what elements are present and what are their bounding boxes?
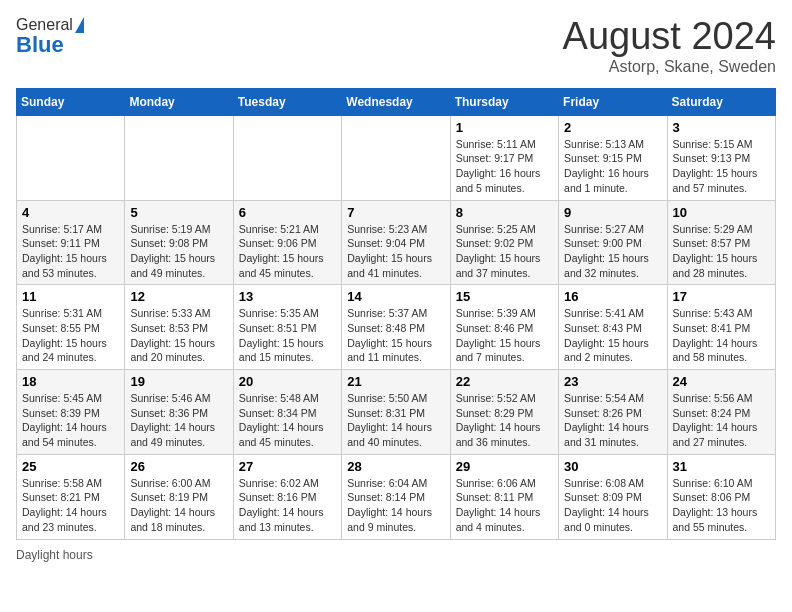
day-number: 2 <box>564 120 661 135</box>
day-number: 25 <box>22 459 119 474</box>
day-number: 21 <box>347 374 444 389</box>
day-number: 6 <box>239 205 336 220</box>
day-info: Sunrise: 6:00 AM Sunset: 8:19 PM Dayligh… <box>130 476 227 535</box>
day-info: Sunrise: 5:54 AM Sunset: 8:26 PM Dayligh… <box>564 391 661 450</box>
day-cell: 1Sunrise: 5:11 AM Sunset: 9:17 PM Daylig… <box>450 115 558 200</box>
col-header-friday: Friday <box>559 88 667 115</box>
day-info: Sunrise: 5:25 AM Sunset: 9:02 PM Dayligh… <box>456 222 553 281</box>
day-cell: 24Sunrise: 5:56 AM Sunset: 8:24 PM Dayli… <box>667 370 775 455</box>
day-number: 3 <box>673 120 770 135</box>
day-number: 27 <box>239 459 336 474</box>
day-cell <box>125 115 233 200</box>
day-number: 22 <box>456 374 553 389</box>
day-cell: 9Sunrise: 5:27 AM Sunset: 9:00 PM Daylig… <box>559 200 667 285</box>
day-cell: 25Sunrise: 5:58 AM Sunset: 8:21 PM Dayli… <box>17 454 125 539</box>
day-info: Sunrise: 5:39 AM Sunset: 8:46 PM Dayligh… <box>456 306 553 365</box>
day-cell: 8Sunrise: 5:25 AM Sunset: 9:02 PM Daylig… <box>450 200 558 285</box>
day-info: Sunrise: 6:10 AM Sunset: 8:06 PM Dayligh… <box>673 476 770 535</box>
day-number: 13 <box>239 289 336 304</box>
page-header: General Blue August 2024 Astorp, Skane, … <box>16 16 776 76</box>
col-header-saturday: Saturday <box>667 88 775 115</box>
day-cell: 29Sunrise: 6:06 AM Sunset: 8:11 PM Dayli… <box>450 454 558 539</box>
day-cell: 14Sunrise: 5:37 AM Sunset: 8:48 PM Dayli… <box>342 285 450 370</box>
day-cell: 31Sunrise: 6:10 AM Sunset: 8:06 PM Dayli… <box>667 454 775 539</box>
day-info: Sunrise: 5:52 AM Sunset: 8:29 PM Dayligh… <box>456 391 553 450</box>
day-number: 24 <box>673 374 770 389</box>
day-cell: 21Sunrise: 5:50 AM Sunset: 8:31 PM Dayli… <box>342 370 450 455</box>
day-cell: 27Sunrise: 6:02 AM Sunset: 8:16 PM Dayli… <box>233 454 341 539</box>
day-number: 30 <box>564 459 661 474</box>
day-info: Sunrise: 5:11 AM Sunset: 9:17 PM Dayligh… <box>456 137 553 196</box>
day-cell <box>233 115 341 200</box>
week-row-5: 25Sunrise: 5:58 AM Sunset: 8:21 PM Dayli… <box>17 454 776 539</box>
day-number: 31 <box>673 459 770 474</box>
day-cell: 6Sunrise: 5:21 AM Sunset: 9:06 PM Daylig… <box>233 200 341 285</box>
day-number: 15 <box>456 289 553 304</box>
day-number: 17 <box>673 289 770 304</box>
day-info: Sunrise: 5:37 AM Sunset: 8:48 PM Dayligh… <box>347 306 444 365</box>
day-info: Sunrise: 5:56 AM Sunset: 8:24 PM Dayligh… <box>673 391 770 450</box>
day-info: Sunrise: 5:45 AM Sunset: 8:39 PM Dayligh… <box>22 391 119 450</box>
week-row-2: 4Sunrise: 5:17 AM Sunset: 9:11 PM Daylig… <box>17 200 776 285</box>
day-info: Sunrise: 5:33 AM Sunset: 8:53 PM Dayligh… <box>130 306 227 365</box>
day-info: Sunrise: 5:23 AM Sunset: 9:04 PM Dayligh… <box>347 222 444 281</box>
day-number: 18 <box>22 374 119 389</box>
day-cell: 23Sunrise: 5:54 AM Sunset: 8:26 PM Dayli… <box>559 370 667 455</box>
col-header-tuesday: Tuesday <box>233 88 341 115</box>
col-header-thursday: Thursday <box>450 88 558 115</box>
day-info: Sunrise: 5:17 AM Sunset: 9:11 PM Dayligh… <box>22 222 119 281</box>
day-info: Sunrise: 5:46 AM Sunset: 8:36 PM Dayligh… <box>130 391 227 450</box>
day-cell: 19Sunrise: 5:46 AM Sunset: 8:36 PM Dayli… <box>125 370 233 455</box>
day-info: Sunrise: 5:19 AM Sunset: 9:08 PM Dayligh… <box>130 222 227 281</box>
day-number: 29 <box>456 459 553 474</box>
day-number: 4 <box>22 205 119 220</box>
day-number: 23 <box>564 374 661 389</box>
day-cell: 11Sunrise: 5:31 AM Sunset: 8:55 PM Dayli… <box>17 285 125 370</box>
title-block: August 2024 Astorp, Skane, Sweden <box>563 16 776 76</box>
week-row-3: 11Sunrise: 5:31 AM Sunset: 8:55 PM Dayli… <box>17 285 776 370</box>
day-number: 12 <box>130 289 227 304</box>
location: Astorp, Skane, Sweden <box>563 58 776 76</box>
day-cell: 15Sunrise: 5:39 AM Sunset: 8:46 PM Dayli… <box>450 285 558 370</box>
day-number: 26 <box>130 459 227 474</box>
logo-triangle-icon <box>75 17 84 33</box>
day-info: Sunrise: 5:48 AM Sunset: 8:34 PM Dayligh… <box>239 391 336 450</box>
day-cell: 2Sunrise: 5:13 AM Sunset: 9:15 PM Daylig… <box>559 115 667 200</box>
day-cell <box>17 115 125 200</box>
day-cell: 26Sunrise: 6:00 AM Sunset: 8:19 PM Dayli… <box>125 454 233 539</box>
day-info: Sunrise: 5:21 AM Sunset: 9:06 PM Dayligh… <box>239 222 336 281</box>
col-header-wednesday: Wednesday <box>342 88 450 115</box>
day-info: Sunrise: 5:58 AM Sunset: 8:21 PM Dayligh… <box>22 476 119 535</box>
footer-note: Daylight hours <box>16 548 776 562</box>
header-row: SundayMondayTuesdayWednesdayThursdayFrid… <box>17 88 776 115</box>
col-header-sunday: Sunday <box>17 88 125 115</box>
month-title: August 2024 <box>563 16 776 58</box>
day-number: 7 <box>347 205 444 220</box>
day-cell: 17Sunrise: 5:43 AM Sunset: 8:41 PM Dayli… <box>667 285 775 370</box>
day-cell: 10Sunrise: 5:29 AM Sunset: 8:57 PM Dayli… <box>667 200 775 285</box>
day-info: Sunrise: 5:50 AM Sunset: 8:31 PM Dayligh… <box>347 391 444 450</box>
day-number: 8 <box>456 205 553 220</box>
day-info: Sunrise: 5:15 AM Sunset: 9:13 PM Dayligh… <box>673 137 770 196</box>
day-cell: 20Sunrise: 5:48 AM Sunset: 8:34 PM Dayli… <box>233 370 341 455</box>
col-header-monday: Monday <box>125 88 233 115</box>
day-info: Sunrise: 6:08 AM Sunset: 8:09 PM Dayligh… <box>564 476 661 535</box>
day-info: Sunrise: 5:43 AM Sunset: 8:41 PM Dayligh… <box>673 306 770 365</box>
day-info: Sunrise: 5:35 AM Sunset: 8:51 PM Dayligh… <box>239 306 336 365</box>
day-number: 9 <box>564 205 661 220</box>
day-number: 11 <box>22 289 119 304</box>
day-cell: 4Sunrise: 5:17 AM Sunset: 9:11 PM Daylig… <box>17 200 125 285</box>
day-number: 1 <box>456 120 553 135</box>
day-number: 28 <box>347 459 444 474</box>
day-info: Sunrise: 5:27 AM Sunset: 9:00 PM Dayligh… <box>564 222 661 281</box>
day-cell: 18Sunrise: 5:45 AM Sunset: 8:39 PM Dayli… <box>17 370 125 455</box>
day-cell: 5Sunrise: 5:19 AM Sunset: 9:08 PM Daylig… <box>125 200 233 285</box>
day-info: Sunrise: 6:02 AM Sunset: 8:16 PM Dayligh… <box>239 476 336 535</box>
week-row-1: 1Sunrise: 5:11 AM Sunset: 9:17 PM Daylig… <box>17 115 776 200</box>
day-info: Sunrise: 5:31 AM Sunset: 8:55 PM Dayligh… <box>22 306 119 365</box>
day-cell: 28Sunrise: 6:04 AM Sunset: 8:14 PM Dayli… <box>342 454 450 539</box>
day-info: Sunrise: 5:41 AM Sunset: 8:43 PM Dayligh… <box>564 306 661 365</box>
day-number: 19 <box>130 374 227 389</box>
day-info: Sunrise: 5:29 AM Sunset: 8:57 PM Dayligh… <box>673 222 770 281</box>
day-number: 16 <box>564 289 661 304</box>
